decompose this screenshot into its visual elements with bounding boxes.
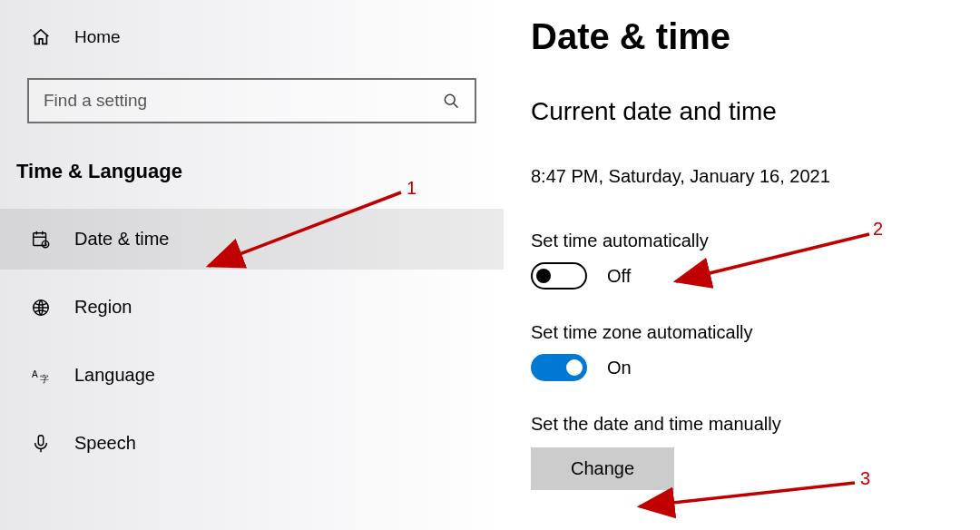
- home-icon: [31, 27, 51, 47]
- auto-tz-label: Set time zone automatically: [531, 322, 958, 343]
- sidebar-item-region[interactable]: Region: [0, 277, 504, 338]
- auto-tz-state: On: [607, 358, 632, 378]
- svg-rect-12: [38, 435, 44, 445]
- page-title: Date & time: [531, 16, 958, 57]
- search-wrap: [27, 78, 476, 123]
- sidebar-item-label: Speech: [74, 433, 136, 454]
- settings-sidebar: Home Time & Language: [0, 0, 504, 530]
- section-title: Time & Language: [0, 151, 504, 209]
- auto-tz-toggle[interactable]: [531, 354, 587, 381]
- auto-time-state: Off: [607, 266, 631, 287]
- home-link[interactable]: Home: [0, 18, 504, 56]
- calendar-icon: [31, 230, 51, 250]
- manual-label: Set the date and time manually: [531, 414, 958, 435]
- sidebar-item-label: Region: [74, 297, 132, 318]
- auto-time-label: Set time automatically: [531, 231, 958, 251]
- globe-icon: [31, 298, 51, 318]
- sidebar-item-language[interactable]: A 字 Language: [0, 345, 504, 406]
- annotation-1: 1: [407, 178, 416, 199]
- annotation-3: 3: [860, 468, 870, 489]
- svg-point-0: [445, 94, 455, 104]
- mic-icon: [31, 434, 51, 454]
- toggle-knob: [536, 269, 551, 283]
- home-label: Home: [74, 27, 121, 47]
- auto-time-toggle[interactable]: [531, 262, 587, 290]
- main-panel: Date & time Current date and time 8:47 P…: [504, 0, 980, 530]
- change-button[interactable]: Change: [531, 447, 674, 490]
- sidebar-item-label: Date & time: [74, 229, 169, 250]
- toggle-knob: [566, 359, 583, 376]
- search-icon: [442, 92, 460, 110]
- svg-text:A: A: [32, 368, 38, 378]
- annotation-2: 2: [873, 219, 883, 240]
- sidebar-item-speech[interactable]: Speech: [0, 413, 504, 474]
- svg-rect-2: [34, 232, 46, 245]
- search-field[interactable]: [27, 78, 476, 123]
- subheading: Current date and time: [531, 97, 958, 126]
- svg-line-1: [454, 103, 458, 108]
- svg-line-8: [45, 244, 46, 245]
- sidebar-item-date-time[interactable]: Date & time: [0, 209, 504, 270]
- svg-text:字: 字: [40, 374, 49, 384]
- search-input[interactable]: [44, 91, 442, 111]
- language-icon: A 字: [31, 366, 51, 386]
- current-datetime: 8:47 PM, Saturday, January 16, 2021: [531, 166, 958, 187]
- sidebar-item-label: Language: [74, 365, 155, 386]
